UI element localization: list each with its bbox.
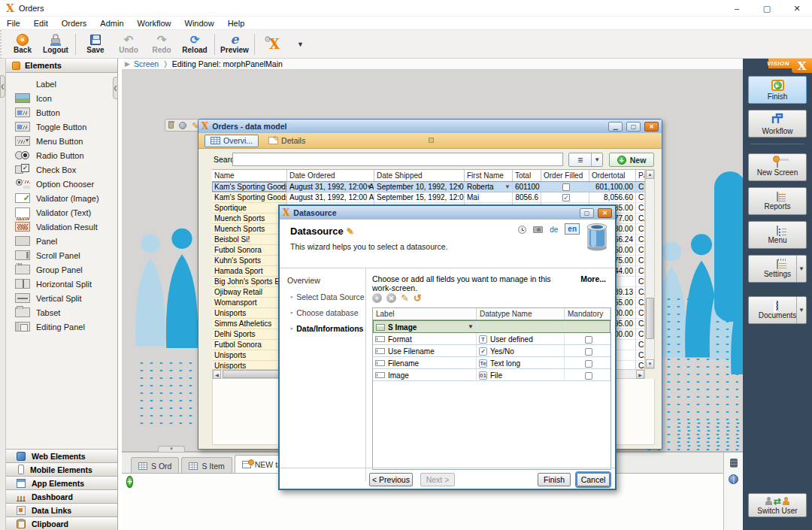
column-header-date-ordered[interactable]: Date Ordered bbox=[287, 170, 374, 181]
vx-settings-button[interactable]: Settings▼ bbox=[748, 255, 807, 283]
column-header-name[interactable]: Name bbox=[212, 170, 287, 181]
fields-group-row[interactable]: S Image▼ bbox=[373, 320, 611, 333]
checkbox-unchecked-icon[interactable] bbox=[585, 372, 592, 380]
palette-item-editing-panel[interactable]: Editing Panel bbox=[6, 320, 117, 334]
close-button[interactable]: ✕ bbox=[782, 0, 812, 17]
datasource-title-bar[interactable]: X Datasource ▢ ✕ bbox=[280, 206, 615, 220]
checkbox-checked-icon[interactable]: ✓ bbox=[562, 194, 570, 201]
chevron-down-icon[interactable]: ▼ bbox=[796, 256, 806, 282]
screenshot-icon[interactable] bbox=[533, 226, 543, 233]
tab-overvi[interactable]: Overvi... bbox=[205, 135, 259, 147]
fields-row-image[interactable]: Image01File bbox=[373, 369, 611, 381]
edit-field-icon[interactable]: ✎ bbox=[401, 292, 409, 304]
scroll-left-icon[interactable]: ◀ bbox=[213, 370, 221, 379]
globe-icon[interactable] bbox=[729, 474, 738, 484]
add-table-button[interactable]: + bbox=[126, 477, 138, 489]
undo-button[interactable]: ↶Undo bbox=[112, 32, 145, 57]
vertical-scroll-thumb[interactable] bbox=[646, 298, 654, 339]
visionx-logo-tab[interactable]: X bbox=[792, 59, 812, 73]
breadcrumb-screen-link[interactable]: Screen bbox=[134, 59, 159, 68]
inner-close-button[interactable]: ✕ bbox=[644, 122, 659, 132]
history-icon[interactable] bbox=[518, 226, 526, 234]
palette-item-toggle-button[interactable]: Toggle Button bbox=[6, 120, 117, 134]
wizard-step-choose-database[interactable]: ▪Choose database bbox=[290, 308, 365, 317]
new-record-button[interactable]: + New bbox=[609, 153, 654, 167]
vx-documents-button[interactable]: Documents▼ bbox=[748, 296, 807, 324]
palette-item-button[interactable]: Button bbox=[6, 105, 117, 120]
vx-menu-button[interactable]: Menu bbox=[748, 221, 807, 249]
palette-item-validator-image[interactable]: Validator (Image) bbox=[6, 191, 117, 205]
switch-user-button[interactable]: ⇄ Switch User bbox=[748, 493, 807, 517]
minimize-button[interactable]: – bbox=[722, 0, 752, 17]
fields-row-use-filename[interactable]: Use Filename✓Yes/No bbox=[373, 345, 611, 357]
data-model-title-bar[interactable]: X Orders - data model ▁ ▢ ✕ bbox=[198, 120, 662, 133]
table-tab-s-ord[interactable]: S Ord bbox=[131, 457, 179, 474]
wizard-step-data-informations[interactable]: ▪Data/Informations bbox=[290, 324, 365, 333]
inner-maximize-button[interactable]: ▢ bbox=[626, 122, 641, 132]
scroll-right-icon[interactable]: ▶ bbox=[636, 370, 644, 379]
menu-workflow[interactable]: Workflow bbox=[131, 17, 178, 29]
column-header-first-name[interactable]: First Name bbox=[465, 170, 513, 181]
chevron-down-icon[interactable]: ▼ bbox=[468, 323, 474, 330]
column-header-date-shipped[interactable]: Date Shipped bbox=[374, 170, 465, 181]
table-row[interactable]: Kam's Sporting Goods▼August 31, 1992, 12… bbox=[212, 182, 645, 192]
panel-collapse-handle[interactable]: ▼ bbox=[158, 446, 185, 452]
checkbox-unchecked-icon[interactable] bbox=[562, 183, 570, 191]
chevron-down-icon[interactable]: ▼ bbox=[796, 297, 806, 323]
checkbox-unchecked-icon[interactable] bbox=[585, 348, 592, 356]
reset-fields-icon[interactable]: ↺ bbox=[414, 292, 422, 304]
section-clipboard[interactable]: Clipboard bbox=[6, 516, 117, 530]
scroll-up-icon[interactable]: ▲ bbox=[646, 170, 654, 179]
previous-button[interactable]: < Previous bbox=[369, 473, 413, 486]
palette-item-vertical-split[interactable]: Vertical Split bbox=[6, 291, 117, 305]
table-menu-button[interactable]: ≡ ▼ bbox=[568, 153, 603, 167]
visionx-logo-button[interactable]: ⚙X bbox=[258, 32, 291, 57]
palette-item-check-box[interactable]: Check Box bbox=[6, 162, 117, 177]
table-tab-s-item[interactable]: S Item bbox=[181, 457, 232, 474]
palette-item-group-panel[interactable]: Group Panel bbox=[6, 262, 117, 277]
next-button[interactable]: Next > bbox=[420, 473, 455, 486]
finish-button[interactable]: Finish bbox=[538, 473, 571, 486]
chevron-down-icon[interactable]: ▼ bbox=[591, 153, 602, 166]
section-app-elements[interactable]: App Elements bbox=[6, 476, 117, 489]
palette-item-radio-button[interactable]: Radio Button bbox=[6, 148, 117, 162]
checkbox-unchecked-icon[interactable] bbox=[585, 336, 592, 344]
vx-new-screen-button[interactable]: New Screen bbox=[748, 153, 807, 181]
circle-icon[interactable] bbox=[179, 122, 186, 129]
palette-item-label[interactable]: Label bbox=[6, 77, 117, 91]
palette-item-validation-result[interactable]: Validation Result bbox=[6, 220, 117, 234]
remove-field-icon[interactable]: ✕ bbox=[386, 293, 396, 303]
menu-window[interactable]: Window bbox=[178, 17, 221, 29]
wizard-step-select-data-source[interactable]: ▪Select Data Source bbox=[290, 292, 365, 301]
back-button[interactable]: «Back bbox=[6, 32, 39, 57]
left-expand-handle[interactable]: ❮ bbox=[0, 75, 5, 98]
palette-item-scroll-panel[interactable]: Scroll Panel bbox=[6, 248, 117, 262]
search-input[interactable] bbox=[232, 153, 563, 166]
dialog-close-button[interactable]: ✕ bbox=[598, 208, 612, 218]
palette-item-option-chooser[interactable]: Option Chooser bbox=[6, 177, 117, 191]
toolbar-more-button[interactable]: ▼ bbox=[297, 41, 304, 48]
tab-details[interactable]: Details bbox=[263, 135, 311, 147]
dialog-maximize-button[interactable]: ▢ bbox=[580, 208, 594, 218]
palette-item-menu-button[interactable]: Menu Button bbox=[6, 134, 117, 148]
menu-file[interactable]: File bbox=[0, 17, 27, 29]
language-de-link[interactable]: de bbox=[550, 226, 558, 234]
column-header-pa[interactable]: Pa bbox=[636, 170, 645, 181]
preview-button[interactable]: ePreview bbox=[218, 32, 251, 57]
fields-row-format[interactable]: FormatTUser defined bbox=[373, 333, 611, 345]
inner-minimize-button[interactable]: ▁ bbox=[608, 122, 623, 132]
redo-button[interactable]: ↷Redo bbox=[145, 32, 178, 57]
cancel-button[interactable]: Cancel bbox=[577, 473, 610, 486]
maximize-button[interactable]: ▢ bbox=[752, 0, 782, 17]
vx-finish-button[interactable]: ▶Finish bbox=[748, 76, 807, 104]
language-en-selected[interactable]: en bbox=[565, 223, 580, 235]
column-header-total[interactable]: Total bbox=[513, 170, 541, 181]
elements-panel-header[interactable]: Elements bbox=[6, 59, 117, 73]
section-data-links[interactable]: Data Links bbox=[6, 503, 117, 516]
column-header-ordertotal[interactable]: Ordertotal bbox=[589, 170, 636, 181]
menu-help[interactable]: Help bbox=[221, 17, 252, 29]
elements-collapse-handle[interactable]: ❮ bbox=[113, 77, 118, 99]
trash-icon[interactable] bbox=[168, 122, 174, 129]
menu-orders[interactable]: Orders bbox=[55, 17, 94, 29]
section-dashboard[interactable]: Dashboard bbox=[6, 489, 117, 503]
